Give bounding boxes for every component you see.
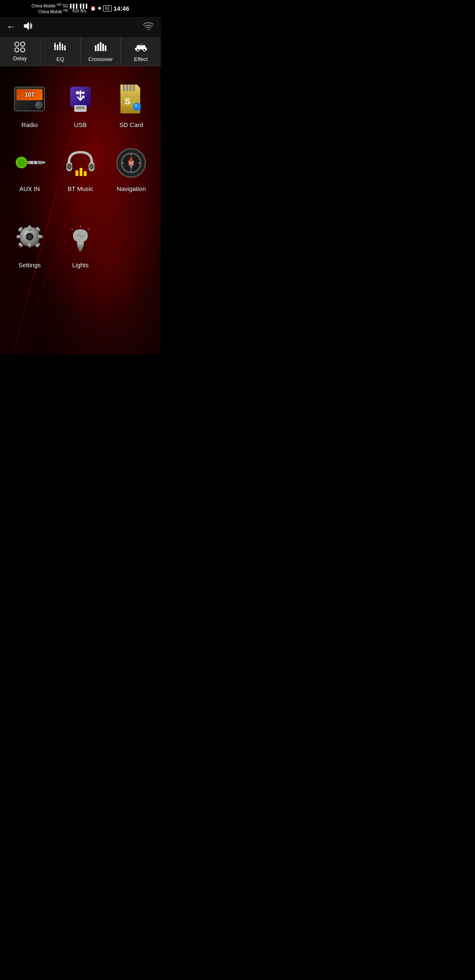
carrier1-label: China Mobile HD 5G (31, 2, 68, 8)
btmusic-icon-wrapper (64, 146, 97, 179)
navigation-label: Navigation (117, 185, 146, 192)
delay-icon (14, 41, 26, 53)
svg-text:S: S (125, 96, 131, 106)
eq-icon (54, 41, 66, 54)
tab-effect-label: Effect (134, 56, 148, 62)
svg-rect-62 (16, 235, 21, 238)
lights-icon-wrapper (64, 223, 97, 256)
signal-bars: ▌▌▌ ▌▌▌ (70, 4, 89, 8)
svg-rect-75 (79, 249, 82, 251)
svg-rect-63 (38, 235, 43, 238)
clock: 14:46 (113, 5, 129, 12)
svg-point-29 (82, 92, 85, 94)
svg-rect-21 (134, 48, 148, 49)
radio-icon-wrapper: 107 (13, 82, 46, 115)
svg-rect-30 (82, 96, 85, 98)
svg-point-48 (89, 163, 94, 170)
app-grid-bottom: Settings (0, 210, 161, 291)
app-usb[interactable]: USB (55, 74, 106, 138)
app-auxin[interactable]: AUX IN (4, 138, 55, 202)
svg-line-71 (88, 229, 89, 230)
usb-icon-wrapper (64, 82, 97, 115)
sdcard-label: SD Card (120, 121, 143, 128)
svg-point-69 (28, 235, 32, 239)
svg-rect-31 (123, 85, 125, 91)
svg-point-47 (67, 163, 72, 170)
svg-line-72 (71, 229, 73, 230)
crossover-icon (94, 41, 107, 54)
tab-eq[interactable]: EQ (40, 37, 81, 66)
svg-rect-20 (105, 45, 106, 51)
navigation-icon-wrapper (115, 146, 148, 179)
svg-point-23 (143, 49, 146, 51)
battery-icon: 61 (103, 5, 112, 12)
usb-icon (66, 85, 95, 113)
app-grid: 107 Radio (0, 66, 161, 210)
tab-delay-label: Delay (13, 55, 27, 61)
radio-knob (35, 101, 42, 109)
app-sdcard[interactable]: S SD Card (106, 74, 157, 138)
auxin-icon (13, 151, 46, 174)
svg-rect-61 (28, 243, 31, 247)
svg-rect-15 (64, 49, 66, 50)
svg-rect-41 (27, 161, 44, 164)
svg-rect-12 (56, 47, 59, 49)
svg-point-40 (17, 158, 26, 167)
app-btmusic[interactable]: BT Music (55, 138, 106, 202)
tab-crossover-label: Crossover (88, 56, 113, 62)
btmusic-label: BT Music (68, 185, 93, 192)
app-radio[interactable]: 107 Radio (4, 74, 55, 138)
tab-crossover[interactable]: Crossover (81, 37, 121, 66)
sdcard-icon: S (117, 85, 145, 113)
svg-point-3 (21, 42, 25, 46)
alarm-icon: ⏰ (90, 6, 96, 11)
svg-rect-50 (80, 168, 82, 176)
settings-label: Settings (19, 261, 41, 269)
svg-point-22 (136, 49, 139, 51)
settings-icon-wrapper (13, 223, 46, 256)
svg-rect-49 (75, 170, 78, 176)
svg-rect-13 (59, 45, 61, 46)
svg-point-4 (15, 48, 19, 52)
svg-point-28 (76, 91, 79, 94)
radio-icon: 107 (14, 87, 45, 111)
carrier-info: China Mobile HD 5G China Mobile HD (31, 2, 68, 14)
network-speed: 816 B/s (72, 9, 86, 13)
app-lights[interactable]: Lights (55, 214, 106, 278)
svg-rect-42 (42, 162, 45, 163)
svg-rect-51 (84, 171, 87, 176)
radio-screen: 107 (16, 89, 42, 100)
sdcard-icon-wrapper: S (115, 82, 148, 115)
svg-rect-74 (78, 247, 83, 249)
app-navigation[interactable]: Navigation (106, 138, 157, 202)
app-settings[interactable]: Settings (4, 214, 55, 278)
status-bar: China Mobile HD 5G China Mobile HD ▌▌▌ ▌… (0, 0, 161, 17)
back-button[interactable]: ← (7, 21, 16, 32)
svg-rect-11 (54, 45, 56, 47)
svg-rect-60 (28, 226, 31, 231)
svg-rect-19 (102, 44, 104, 51)
carrier2-label: China Mobile HD (38, 8, 68, 14)
tab-eq-label: EQ (56, 56, 64, 62)
bluetooth-icon: ✱ (98, 6, 101, 11)
usb-label: USB (74, 121, 87, 128)
svg-rect-73 (77, 245, 84, 247)
svg-point-2 (15, 42, 19, 46)
tab-effect[interactable]: Effect (121, 37, 161, 66)
svg-point-38 (134, 104, 138, 107)
speaker-icon (21, 21, 33, 33)
navigation-icon (116, 148, 146, 178)
svg-rect-16 (95, 45, 96, 51)
wifi-icon (143, 21, 154, 33)
svg-rect-18 (100, 42, 101, 51)
svg-rect-8 (59, 42, 61, 50)
svg-rect-43 (33, 161, 34, 164)
settings-icon (15, 224, 45, 254)
tab-delay[interactable]: Delay (0, 37, 40, 66)
svg-point-5 (21, 48, 25, 52)
svg-rect-33 (129, 85, 132, 91)
svg-rect-17 (97, 44, 99, 51)
auxin-label: AUX IN (19, 185, 40, 192)
svg-rect-14 (61, 47, 63, 48)
effect-icon (134, 41, 148, 54)
